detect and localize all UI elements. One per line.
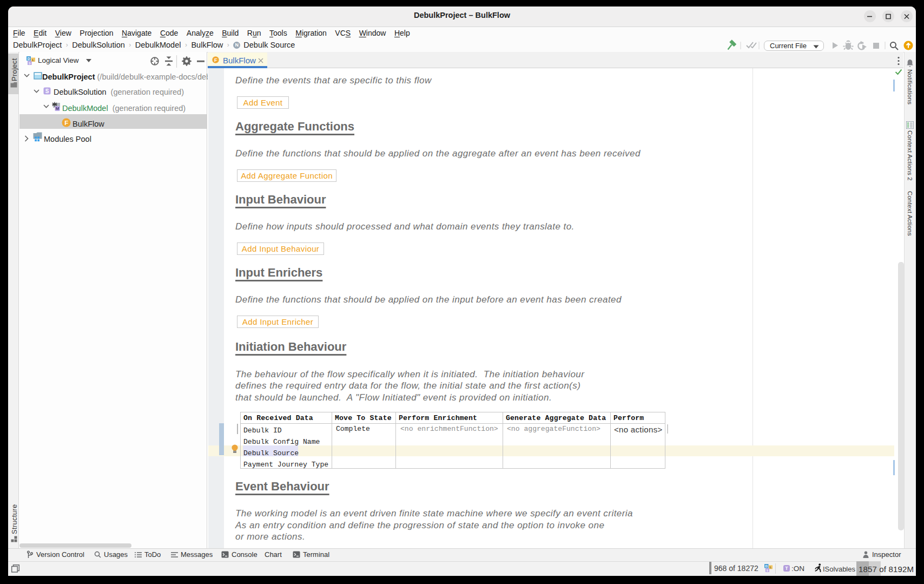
- svg-text:D: D: [28, 57, 30, 61]
- svg-text:S: S: [45, 88, 49, 94]
- svg-text:S: S: [29, 62, 31, 65]
- svg-text:D: D: [765, 564, 768, 568]
- svg-text:F: F: [214, 57, 217, 63]
- svg-text:F: F: [64, 120, 68, 126]
- svg-text:L: L: [770, 566, 772, 569]
- svg-text:M: M: [56, 106, 60, 111]
- svg-text:L: L: [32, 58, 34, 62]
- svg-text:S: S: [766, 569, 768, 572]
